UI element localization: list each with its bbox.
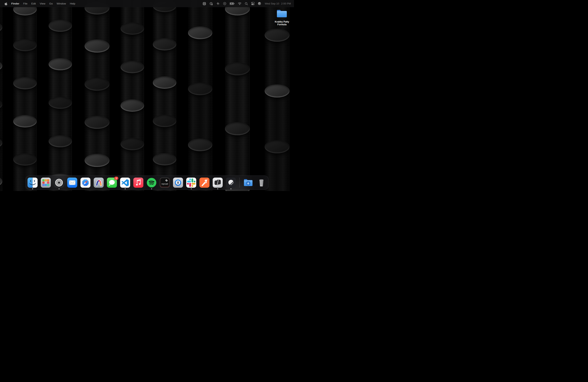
- menu-edit[interactable]: Edit: [29, 0, 38, 7]
- dock-trash[interactable]: [256, 178, 267, 188]
- notification-badge: 2: [114, 177, 118, 180]
- raycast-label: raycast: [160, 183, 170, 185]
- running-indicator: [191, 189, 192, 190]
- desktop-folder-krabby-patty-formula[interactable]: Krabby Patty Formula: [272, 9, 293, 26]
- dock-app-1password[interactable]: [173, 178, 183, 188]
- dock: 2: [25, 175, 269, 190]
- menu-bar: Finder File Edit View Go Window Help: [0, 0, 294, 7]
- raycast-glitch-logo: [165, 179, 168, 182]
- dock-app-music[interactable]: [133, 178, 144, 188]
- spotlight-search-icon[interactable]: [245, 2, 248, 5]
- siri-icon[interactable]: [258, 2, 261, 5]
- desktop-screen: Finder File Edit View Go Window Help: [0, 0, 294, 191]
- dock-app-linear[interactable]: [226, 178, 236, 188]
- wifi-icon[interactable]: [238, 2, 242, 5]
- keyboard-backlight-icon[interactable]: [203, 2, 206, 5]
- running-indicator: [59, 189, 60, 190]
- menu-window[interactable]: Window: [55, 0, 68, 7]
- control-center-icon[interactable]: [251, 2, 254, 5]
- folder-icon: [276, 16, 288, 19]
- running-indicator: [231, 189, 231, 190]
- folder-label: Krabby Patty Formula: [272, 21, 293, 26]
- dock-app-messages[interactable]: 2: [107, 178, 117, 188]
- dock-app-arc[interactable]: [94, 178, 104, 188]
- battery-charging-icon[interactable]: [230, 2, 234, 5]
- menu-bar-date[interactable]: Wed Sep 10: [265, 2, 279, 5]
- dock-app-dia[interactable]: [213, 178, 223, 188]
- menu-help[interactable]: Help: [68, 0, 77, 7]
- dock-app-concentric-rings[interactable]: [54, 178, 64, 188]
- menu-go[interactable]: Go: [47, 0, 55, 7]
- dock-app-mail[interactable]: [67, 178, 77, 188]
- running-indicator: [125, 189, 126, 190]
- running-indicator: [151, 189, 152, 190]
- menu-bar-left: Finder File Edit View Go Window Help: [0, 0, 77, 7]
- dock-app-launchpad[interactable]: [41, 178, 51, 188]
- dock-app-vscode[interactable]: [120, 178, 130, 188]
- one-password-lock-icon[interactable]: [210, 2, 213, 5]
- apple-menu-icon[interactable]: [4, 2, 8, 5]
- running-indicator: [217, 189, 218, 190]
- running-indicator: [32, 189, 33, 190]
- dock-app-safari[interactable]: [81, 178, 91, 188]
- menu-view[interactable]: View: [38, 0, 47, 7]
- menu-bar-status: Wed Sep 10 2:00 PM: [203, 2, 294, 5]
- menu-bar-clock[interactable]: 2:00 PM: [281, 2, 291, 5]
- dock-app-postman[interactable]: [200, 178, 210, 188]
- dock-app-finder[interactable]: [28, 178, 38, 188]
- menu-file[interactable]: File: [21, 0, 29, 7]
- menu-finder[interactable]: Finder: [9, 0, 21, 7]
- dock-app-slack[interactable]: [186, 178, 196, 188]
- raycast-custom-icon: raycast: [160, 178, 170, 188]
- dock-app-spotify[interactable]: [147, 178, 157, 188]
- dock-downloads-folder[interactable]: [243, 178, 253, 188]
- raycast-glitch-icon[interactable]: [216, 2, 220, 5]
- now-playing-icon[interactable]: [223, 2, 226, 5]
- dock-app-raycast[interactable]: raycast: [160, 178, 170, 188]
- wallpaper-cylinders: [0, 0, 294, 191]
